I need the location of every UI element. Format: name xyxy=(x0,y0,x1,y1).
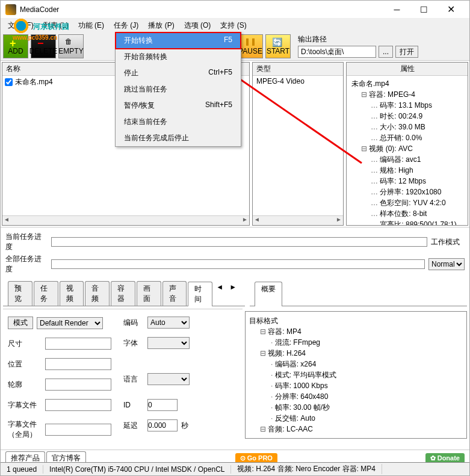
window-title: MediaCoder xyxy=(20,5,383,14)
delete-button[interactable]: −DELETE xyxy=(31,34,56,58)
properties-header: 属性 xyxy=(347,63,468,76)
menu-pause-resume[interactable]: 暂停/恢复Shift+F5 xyxy=(116,97,241,114)
delay-input[interactable] xyxy=(147,419,178,431)
overall-progress-bar xyxy=(51,259,425,269)
tab-summary[interactable]: 概要 xyxy=(255,282,282,306)
tab-scroll-right[interactable]: ► xyxy=(227,281,239,306)
type-panel: 类型 MPEG-4 Video xyxy=(252,62,344,226)
scrollbar-h[interactable] xyxy=(2,215,249,225)
size-input[interactable] xyxy=(45,338,111,350)
menu-stop-after[interactable]: 当前任务完成后停止 xyxy=(116,130,241,146)
mode-button[interactable]: 模式 xyxy=(8,317,33,329)
menu-file[interactable]: 文件 (F) xyxy=(3,19,39,32)
gopro-badge[interactable]: ⊙ Go PRO xyxy=(235,453,277,463)
tab-task[interactable]: 任务 xyxy=(34,281,58,306)
subtitle-form: 模式Default Render 尺寸 位置 轮廓 编码Auto 字体 语言 字… xyxy=(3,309,243,447)
minimize-button[interactable]: ─ xyxy=(383,1,410,18)
menu-end-task[interactable]: 结束当前任务 xyxy=(116,114,241,130)
menu-stop[interactable]: 停止Ctrl+F5 xyxy=(116,65,241,81)
app-icon xyxy=(5,4,16,15)
file-checkbox[interactable] xyxy=(5,78,13,86)
open-button[interactable]: 打开 xyxy=(395,46,418,58)
render-select[interactable]: Default Render xyxy=(37,317,103,329)
status-queued: 1 queued xyxy=(1,465,43,474)
target-format-panel: 目标格式 容器: MP4混流: FFmpeg 视频: H.264 编码器: x2… xyxy=(245,309,467,447)
target-audio[interactable]: 音频: LC-AAC xyxy=(260,424,463,434)
statusbar: 1 queued Intel(R) Core(TM) i5-7400 CPU /… xyxy=(1,462,469,475)
menu-start-convert[interactable]: 开始转换F5 xyxy=(116,32,241,49)
tab-video[interactable]: 视频 xyxy=(60,281,84,306)
col-type[interactable]: 类型 xyxy=(253,63,343,76)
lang-select[interactable] xyxy=(147,373,190,385)
browse-button[interactable]: ... xyxy=(379,46,393,58)
start-button[interactable]: 🔄START xyxy=(265,34,291,58)
menu-start-audio-convert[interactable]: 开始音频转换 xyxy=(116,49,241,65)
menu-task[interactable]: 任务 (J) xyxy=(109,19,143,32)
file-type: MPEG-4 Video xyxy=(253,76,343,87)
status-cpu: Intel(R) Core(TM) i5-7400 CPU / Intel MS… xyxy=(43,465,231,474)
menu-function[interactable]: 功能 (E) xyxy=(73,19,109,32)
subfile-input[interactable] xyxy=(45,399,111,411)
tab-audio[interactable]: 音频 xyxy=(85,281,110,306)
workmode-label: 工作模式 xyxy=(431,237,465,247)
subglobal-input[interactable] xyxy=(45,424,111,436)
empty-button[interactable]: 🗑EMPTY xyxy=(58,34,84,58)
close-button[interactable]: ✕ xyxy=(438,1,465,18)
current-progress-label: 当前任务进度 xyxy=(5,232,48,252)
pause-button[interactable]: PAUSE xyxy=(238,34,263,58)
file-name: 未命名.mp4 xyxy=(15,77,53,87)
menubar: 文件 (F) 列表 (L) 功能 (E) 任务 (J) 播放 (P) 选项 (O… xyxy=(1,19,469,32)
menu-list[interactable]: 列表 (L) xyxy=(39,19,73,32)
properties-panel: 属性 未命名.mp4 容器: MPEG-4 码率: 13.1 Mbps 时长: … xyxy=(346,62,468,226)
tab-preview[interactable]: 预览 xyxy=(8,281,32,306)
outline-input[interactable] xyxy=(45,379,111,391)
task-menu-dropdown: 开始转换F5 开始音频转换 停止Ctrl+F5 跳过当前任务 暂停/恢复Shif… xyxy=(115,32,241,147)
overall-progress-label: 全部任务进度 xyxy=(5,254,48,274)
menu-play[interactable]: 播放 (P) xyxy=(143,19,179,32)
tab-time[interactable]: 时间 xyxy=(188,282,212,306)
output-path-input[interactable] xyxy=(298,46,376,58)
add-button[interactable]: +ADD xyxy=(3,34,28,58)
maximize-button[interactable]: ☐ xyxy=(410,1,438,18)
scrollbar-h[interactable] xyxy=(253,215,343,225)
pos-input[interactable] xyxy=(45,358,111,370)
tab-sound[interactable]: 声音 xyxy=(162,281,187,306)
tab-container[interactable]: 容器 xyxy=(111,281,135,306)
properties-tree: 未命名.mp4 容器: MPEG-4 码率: 13.1 Mbps 时长: 00:… xyxy=(347,76,468,225)
current-progress-bar xyxy=(51,237,427,247)
target-container[interactable]: 容器: MP4混流: FFmpeg xyxy=(260,326,463,348)
status-codec: 视频: H.264 音频: Nero Encoder 容器: MP4 xyxy=(231,464,382,474)
donate-badge[interactable]: ✿ Donate xyxy=(425,453,465,463)
workmode-select[interactable]: Normal xyxy=(428,258,465,270)
tab-scroll-left[interactable]: ◄ xyxy=(214,281,226,306)
encode-select[interactable]: Auto xyxy=(147,317,190,329)
menu-support[interactable]: 支持 (S) xyxy=(215,19,251,32)
menu-options[interactable]: 选项 (O) xyxy=(179,19,216,32)
output-path-label: 输出路径 xyxy=(298,34,418,45)
font-select[interactable] xyxy=(147,337,190,349)
menu-skip[interactable]: 跳过当前任务 xyxy=(116,81,241,97)
target-video[interactable]: 视频: H.264 编码器: x264 模式: 平均码率模式 码率: 1000 … xyxy=(260,348,463,424)
id-input[interactable] xyxy=(147,399,178,411)
tab-picture[interactable]: 画面 xyxy=(137,281,161,306)
